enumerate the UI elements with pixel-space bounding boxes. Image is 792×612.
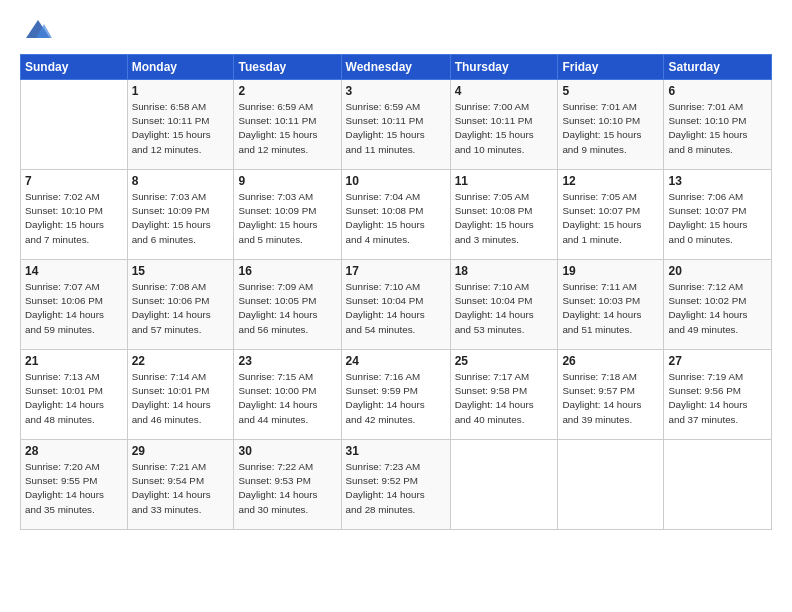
day-cell: 11Sunrise: 7:05 AMSunset: 10:08 PMDaylig… — [450, 170, 558, 260]
day-info: Sunrise: 7:01 AMSunset: 10:10 PMDaylight… — [562, 100, 659, 157]
day-info: Sunrise: 7:15 AMSunset: 10:00 PMDaylight… — [238, 370, 336, 427]
week-row-3: 14Sunrise: 7:07 AMSunset: 10:06 PMDaylig… — [21, 260, 772, 350]
day-info: Sunrise: 7:23 AMSunset: 9:52 PMDaylight:… — [346, 460, 446, 517]
day-info: Sunrise: 7:02 AMSunset: 10:10 PMDaylight… — [25, 190, 123, 247]
day-number: 25 — [455, 354, 554, 368]
day-info: Sunrise: 7:07 AMSunset: 10:06 PMDaylight… — [25, 280, 123, 337]
day-number: 28 — [25, 444, 123, 458]
day-info: Sunrise: 7:09 AMSunset: 10:05 PMDaylight… — [238, 280, 336, 337]
day-number: 26 — [562, 354, 659, 368]
day-cell: 3Sunrise: 6:59 AMSunset: 10:11 PMDayligh… — [341, 80, 450, 170]
day-info: Sunrise: 7:17 AMSunset: 9:58 PMDaylight:… — [455, 370, 554, 427]
day-number: 24 — [346, 354, 446, 368]
day-info: Sunrise: 7:10 AMSunset: 10:04 PMDaylight… — [346, 280, 446, 337]
day-number: 7 — [25, 174, 123, 188]
day-cell: 28Sunrise: 7:20 AMSunset: 9:55 PMDayligh… — [21, 440, 128, 530]
day-info: Sunrise: 6:58 AMSunset: 10:11 PMDaylight… — [132, 100, 230, 157]
day-info: Sunrise: 7:21 AMSunset: 9:54 PMDaylight:… — [132, 460, 230, 517]
day-cell: 6Sunrise: 7:01 AMSunset: 10:10 PMDayligh… — [664, 80, 772, 170]
day-number: 5 — [562, 84, 659, 98]
day-info: Sunrise: 6:59 AMSunset: 10:11 PMDaylight… — [346, 100, 446, 157]
day-info: Sunrise: 7:14 AMSunset: 10:01 PMDaylight… — [132, 370, 230, 427]
day-number: 1 — [132, 84, 230, 98]
weekday-header-thursday: Thursday — [450, 55, 558, 80]
day-cell: 27Sunrise: 7:19 AMSunset: 9:56 PMDayligh… — [664, 350, 772, 440]
day-info: Sunrise: 7:11 AMSunset: 10:03 PMDaylight… — [562, 280, 659, 337]
day-info: Sunrise: 7:12 AMSunset: 10:02 PMDaylight… — [668, 280, 767, 337]
day-number: 22 — [132, 354, 230, 368]
day-number: 9 — [238, 174, 336, 188]
week-row-1: 1Sunrise: 6:58 AMSunset: 10:11 PMDayligh… — [21, 80, 772, 170]
day-cell: 2Sunrise: 6:59 AMSunset: 10:11 PMDayligh… — [234, 80, 341, 170]
day-number: 8 — [132, 174, 230, 188]
day-number: 15 — [132, 264, 230, 278]
weekday-header-tuesday: Tuesday — [234, 55, 341, 80]
day-cell: 22Sunrise: 7:14 AMSunset: 10:01 PMDaylig… — [127, 350, 234, 440]
day-number: 23 — [238, 354, 336, 368]
day-info: Sunrise: 6:59 AMSunset: 10:11 PMDaylight… — [238, 100, 336, 157]
day-info: Sunrise: 7:10 AMSunset: 10:04 PMDaylight… — [455, 280, 554, 337]
day-cell: 4Sunrise: 7:00 AMSunset: 10:11 PMDayligh… — [450, 80, 558, 170]
day-cell: 19Sunrise: 7:11 AMSunset: 10:03 PMDaylig… — [558, 260, 664, 350]
day-cell: 15Sunrise: 7:08 AMSunset: 10:06 PMDaylig… — [127, 260, 234, 350]
day-number: 17 — [346, 264, 446, 278]
day-cell: 29Sunrise: 7:21 AMSunset: 9:54 PMDayligh… — [127, 440, 234, 530]
day-cell: 9Sunrise: 7:03 AMSunset: 10:09 PMDayligh… — [234, 170, 341, 260]
day-number: 11 — [455, 174, 554, 188]
day-info: Sunrise: 7:05 AMSunset: 10:08 PMDaylight… — [455, 190, 554, 247]
day-info: Sunrise: 7:08 AMSunset: 10:06 PMDaylight… — [132, 280, 230, 337]
day-cell — [21, 80, 128, 170]
day-number: 13 — [668, 174, 767, 188]
week-row-4: 21Sunrise: 7:13 AMSunset: 10:01 PMDaylig… — [21, 350, 772, 440]
day-cell: 8Sunrise: 7:03 AMSunset: 10:09 PMDayligh… — [127, 170, 234, 260]
day-cell: 20Sunrise: 7:12 AMSunset: 10:02 PMDaylig… — [664, 260, 772, 350]
day-cell: 21Sunrise: 7:13 AMSunset: 10:01 PMDaylig… — [21, 350, 128, 440]
weekday-header-sunday: Sunday — [21, 55, 128, 80]
header — [20, 16, 772, 44]
day-info: Sunrise: 7:05 AMSunset: 10:07 PMDaylight… — [562, 190, 659, 247]
day-cell: 31Sunrise: 7:23 AMSunset: 9:52 PMDayligh… — [341, 440, 450, 530]
day-number: 6 — [668, 84, 767, 98]
day-number: 2 — [238, 84, 336, 98]
day-number: 19 — [562, 264, 659, 278]
weekday-header-monday: Monday — [127, 55, 234, 80]
day-info: Sunrise: 7:00 AMSunset: 10:11 PMDaylight… — [455, 100, 554, 157]
day-cell: 14Sunrise: 7:07 AMSunset: 10:06 PMDaylig… — [21, 260, 128, 350]
day-number: 16 — [238, 264, 336, 278]
day-cell: 25Sunrise: 7:17 AMSunset: 9:58 PMDayligh… — [450, 350, 558, 440]
day-number: 20 — [668, 264, 767, 278]
weekday-header-saturday: Saturday — [664, 55, 772, 80]
day-info: Sunrise: 7:03 AMSunset: 10:09 PMDaylight… — [238, 190, 336, 247]
weekday-header-friday: Friday — [558, 55, 664, 80]
day-info: Sunrise: 7:03 AMSunset: 10:09 PMDaylight… — [132, 190, 230, 247]
day-info: Sunrise: 7:19 AMSunset: 9:56 PMDaylight:… — [668, 370, 767, 427]
day-info: Sunrise: 7:04 AMSunset: 10:08 PMDaylight… — [346, 190, 446, 247]
day-cell: 5Sunrise: 7:01 AMSunset: 10:10 PMDayligh… — [558, 80, 664, 170]
weekday-header-wednesday: Wednesday — [341, 55, 450, 80]
day-number: 12 — [562, 174, 659, 188]
day-info: Sunrise: 7:18 AMSunset: 9:57 PMDaylight:… — [562, 370, 659, 427]
day-cell: 26Sunrise: 7:18 AMSunset: 9:57 PMDayligh… — [558, 350, 664, 440]
calendar: SundayMondayTuesdayWednesdayThursdayFrid… — [20, 54, 772, 530]
day-number: 4 — [455, 84, 554, 98]
logo — [20, 16, 52, 44]
week-row-5: 28Sunrise: 7:20 AMSunset: 9:55 PMDayligh… — [21, 440, 772, 530]
day-number: 21 — [25, 354, 123, 368]
page: SundayMondayTuesdayWednesdayThursdayFrid… — [0, 0, 792, 612]
day-number: 29 — [132, 444, 230, 458]
day-info: Sunrise: 7:20 AMSunset: 9:55 PMDaylight:… — [25, 460, 123, 517]
day-info: Sunrise: 7:22 AMSunset: 9:53 PMDaylight:… — [238, 460, 336, 517]
day-cell: 7Sunrise: 7:02 AMSunset: 10:10 PMDayligh… — [21, 170, 128, 260]
day-cell: 23Sunrise: 7:15 AMSunset: 10:00 PMDaylig… — [234, 350, 341, 440]
day-cell — [450, 440, 558, 530]
day-cell: 18Sunrise: 7:10 AMSunset: 10:04 PMDaylig… — [450, 260, 558, 350]
day-cell: 13Sunrise: 7:06 AMSunset: 10:07 PMDaylig… — [664, 170, 772, 260]
day-number: 3 — [346, 84, 446, 98]
day-cell: 10Sunrise: 7:04 AMSunset: 10:08 PMDaylig… — [341, 170, 450, 260]
week-row-2: 7Sunrise: 7:02 AMSunset: 10:10 PMDayligh… — [21, 170, 772, 260]
day-cell: 24Sunrise: 7:16 AMSunset: 9:59 PMDayligh… — [341, 350, 450, 440]
day-cell — [664, 440, 772, 530]
day-info: Sunrise: 7:06 AMSunset: 10:07 PMDaylight… — [668, 190, 767, 247]
day-info: Sunrise: 7:13 AMSunset: 10:01 PMDaylight… — [25, 370, 123, 427]
day-number: 27 — [668, 354, 767, 368]
